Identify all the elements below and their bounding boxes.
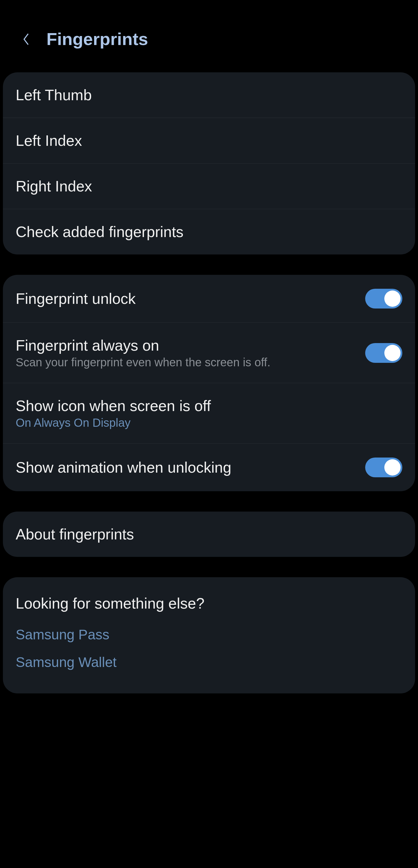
back-icon[interactable] xyxy=(20,33,32,45)
fingerprints-list-card: Left Thumb Left Index Right Index Check … xyxy=(3,72,415,254)
fingerprint-label: Left Thumb xyxy=(16,86,92,104)
show-icon-setting[interactable]: Show icon when screen is off On Always O… xyxy=(3,383,415,443)
setting-sublabel: On Always On Display xyxy=(16,416,211,429)
samsung-pass-link[interactable]: Samsung Pass xyxy=(16,627,402,643)
fingerprint-always-on-toggle[interactable] xyxy=(365,343,402,363)
settings-card: Fingerprint unlock Fingerprint always on… xyxy=(3,275,415,491)
setting-sublabel: Scan your fingerprint even when the scre… xyxy=(16,356,270,369)
setting-label: Fingerprint unlock xyxy=(16,290,135,307)
setting-label: Show icon when screen is off xyxy=(16,397,211,414)
fingerprint-item-left-index[interactable]: Left Index xyxy=(3,118,415,163)
fingerprint-item-left-thumb[interactable]: Left Thumb xyxy=(3,72,415,118)
fingerprint-unlock-setting[interactable]: Fingerprint unlock xyxy=(3,275,415,322)
fingerprint-unlock-toggle[interactable] xyxy=(365,289,402,309)
toggle-knob xyxy=(384,345,400,361)
page-title: Fingerprints xyxy=(46,29,148,49)
toggle-knob xyxy=(384,459,400,475)
samsung-wallet-link[interactable]: Samsung Wallet xyxy=(16,654,402,670)
footer-section: Looking for something else? Samsung Pass… xyxy=(3,577,415,693)
about-fingerprints[interactable]: About fingerprints xyxy=(3,512,415,557)
setting-label: Fingerprint always on xyxy=(16,337,270,354)
toggle-knob xyxy=(384,290,400,307)
header: Fingerprints xyxy=(3,0,415,72)
fingerprint-item-right-index[interactable]: Right Index xyxy=(3,163,415,209)
footer-title: Looking for something else? xyxy=(16,595,402,612)
fingerprint-label: Left Index xyxy=(16,132,82,149)
about-label: About fingerprints xyxy=(16,526,134,543)
show-animation-setting[interactable]: Show animation when unlocking xyxy=(3,443,415,491)
fingerprint-label: Check added fingerprints xyxy=(16,223,184,241)
show-animation-toggle[interactable] xyxy=(365,458,402,477)
fingerprint-label: Right Index xyxy=(16,178,92,195)
setting-label: Show animation when unlocking xyxy=(16,459,231,476)
fingerprint-always-on-setting[interactable]: Fingerprint always on Scan your fingerpr… xyxy=(3,322,415,383)
about-card: About fingerprints xyxy=(3,512,415,557)
check-added-fingerprints[interactable]: Check added fingerprints xyxy=(3,209,415,254)
